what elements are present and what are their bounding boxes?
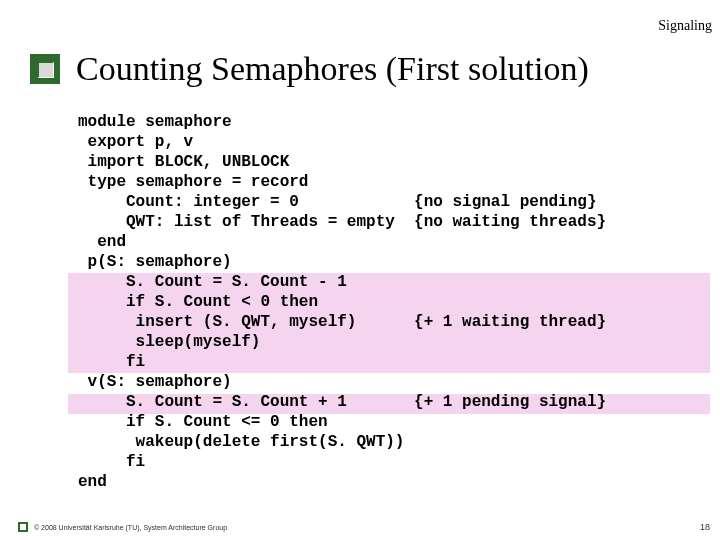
code-line: insert (S. QWT, myself) {+ 1 waiting thr… <box>78 312 708 332</box>
code-line: sleep(myself) <box>78 332 708 352</box>
page-number: 18 <box>700 522 710 532</box>
bullet-square-icon <box>30 54 60 84</box>
code-line: if S. Count <= 0 then <box>78 412 708 432</box>
code-line: QWT: list of Threads = empty {no waiting… <box>78 212 708 232</box>
code-line: end <box>78 232 708 252</box>
code-block: module semaphore export p, v import BLOC… <box>78 112 708 492</box>
code-line: wakeup(delete first(S. QWT)) <box>78 432 708 452</box>
code-line: export p, v <box>78 132 708 152</box>
slide-title: Counting Semaphores (First solution) <box>76 50 589 88</box>
code-line: S. Count = S. Count + 1 {+ 1 pending sig… <box>78 392 708 412</box>
code-line: v(S: semaphore) <box>78 372 708 392</box>
code-line: S. Count = S. Count - 1 <box>78 272 708 292</box>
footer-copyright: © 2008 Universität Karlsruhe (TU), Syste… <box>34 524 227 531</box>
code-line: p(S: semaphore) <box>78 252 708 272</box>
section-topic: Signaling <box>658 18 712 34</box>
code-line: if S. Count < 0 then <box>78 292 708 312</box>
code-line: fi <box>78 352 708 372</box>
code-line: end <box>78 472 708 492</box>
code-line: import BLOCK, UNBLOCK <box>78 152 708 172</box>
title-row: Counting Semaphores (First solution) <box>30 50 710 88</box>
code-line: fi <box>78 452 708 472</box>
code-line: Count: integer = 0 {no signal pending} <box>78 192 708 212</box>
slide: Signaling Counting Semaphores (First sol… <box>0 0 720 540</box>
footer-logo-icon <box>18 522 28 532</box>
footer: © 2008 Universität Karlsruhe (TU), Syste… <box>18 522 227 532</box>
code-line: module semaphore <box>78 112 708 132</box>
code-line: type semaphore = record <box>78 172 708 192</box>
